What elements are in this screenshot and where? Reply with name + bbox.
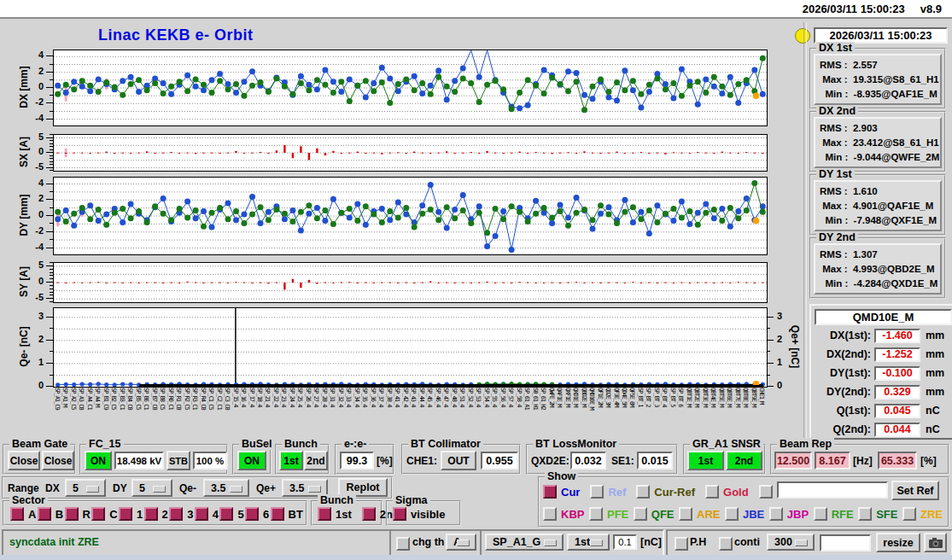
gr-snsr-2nd-button[interactable]: 2nd	[726, 451, 762, 470]
sx-minor-tick	[50, 161, 53, 162]
range-dy-select[interactable]: 5	[131, 479, 172, 497]
x-axis-bpm-label: SP_R2_C5	[184, 388, 190, 437]
dy-tick-label: 0	[26, 209, 44, 219]
sector-1-checkbox[interactable]	[119, 507, 132, 521]
bunch-1st-checkbox[interactable]	[318, 507, 331, 521]
sector-1-label: 1	[137, 508, 143, 521]
set-ref-button[interactable]: Set Ref	[891, 481, 939, 500]
qmd-row-label: Q(1st):	[815, 405, 871, 417]
chg-th-select[interactable]: A	[446, 534, 476, 551]
x-axis-bpm-label: SP_B2_C5	[110, 388, 117, 437]
show-kbp-item: KBP	[543, 507, 584, 521]
chg-th-checkbox[interactable]	[396, 537, 410, 551]
snapshot-button[interactable]	[924, 533, 947, 552]
qe-plot[interactable]	[53, 307, 768, 388]
dx-minor-tick	[50, 95, 53, 96]
show-sfe-checkbox[interactable]	[858, 507, 872, 521]
sector-5-checkbox[interactable]	[219, 507, 233, 521]
conti-checkbox[interactable]	[719, 537, 733, 551]
sx-minor-tick	[50, 134, 53, 135]
range-qem-value: 3.5	[211, 482, 225, 494]
dy-2nd-title: DY 2nd	[816, 231, 858, 243]
ref-name-input[interactable]	[777, 481, 888, 499]
sector-2-checkbox[interactable]	[144, 507, 158, 521]
bunch-2nd-checkbox[interactable]	[362, 507, 376, 521]
show-jbe-checkbox[interactable]	[725, 507, 739, 521]
show-zre-checkbox[interactable]	[902, 507, 916, 521]
show-jbp-checkbox[interactable]	[769, 507, 783, 521]
sector-c-checkbox[interactable]	[91, 507, 105, 521]
dy-plot[interactable]	[53, 177, 768, 255]
show-kbp-checkbox[interactable]	[543, 507, 557, 521]
bpm-select[interactable]: SP_A1_G	[485, 534, 564, 551]
ph-checkbox[interactable]	[675, 537, 688, 551]
sx-tick-label: -5	[26, 161, 44, 172]
che1-out-button[interactable]: OUT	[441, 451, 476, 470]
sector-bt-checkbox[interactable]	[271, 507, 284, 521]
sx-minor-tick	[50, 170, 53, 171]
dx-plot[interactable]	[53, 50, 768, 126]
sector-a-checkbox[interactable]	[10, 507, 24, 521]
show-are-checkbox[interactable]	[679, 507, 692, 521]
range-dx-select[interactable]: 5	[65, 479, 106, 497]
bunch-2nd-button[interactable]: 2nd	[304, 451, 328, 470]
sx-major-tick	[46, 137, 53, 138]
sector-3-checkbox[interactable]	[169, 507, 183, 521]
beam-rep-group: Beam Rep 12.500 8.167 [Hz] 65.333 [%]	[770, 444, 949, 475]
qe-tick-label: 2	[26, 334, 44, 344]
show-rfe-label: RFE	[832, 508, 854, 521]
show-ave10-checkbox[interactable]	[759, 485, 773, 499]
x-axis-bpm-label: SP_BT_3	[653, 388, 660, 437]
dropdown-bar-icon	[308, 486, 321, 493]
show-gold-item: Gold	[705, 485, 749, 499]
acquisition-panel: P.H conti 300 resize	[666, 529, 952, 557]
qe-major-tick-right	[767, 340, 774, 341]
fc15-on-button[interactable]: ON	[85, 451, 112, 470]
bunch-1st-button[interactable]: 1st	[279, 451, 303, 470]
threshold-field[interactable]: 0.1	[613, 534, 637, 550]
show-rfe-checkbox[interactable]	[814, 507, 827, 521]
x-axis-bpm-label: QBT9E_M	[751, 388, 757, 437]
min-line: Min : -7.948@QXF1E_M	[820, 215, 936, 225]
show-cur-ref-checkbox[interactable]	[636, 485, 650, 499]
panel-divider	[803, 22, 807, 440]
rms-line: RMS : 1.307	[820, 249, 936, 260]
dx-tick-label: 4	[26, 50, 44, 60]
sector-b-checkbox[interactable]	[38, 507, 51, 521]
x-axis-bpm-label: SP_18_4	[256, 388, 263, 437]
show-gold-checkbox[interactable]	[705, 485, 719, 499]
range-qem-select[interactable]: 3.5	[203, 479, 249, 497]
min-line: Min : -9.044@QWFE_2M	[820, 152, 936, 162]
se1-label: SE1:	[611, 455, 634, 467]
sx-plot[interactable]	[53, 134, 768, 172]
bunch-legend: Bunch	[282, 438, 320, 450]
show-pfe-checkbox[interactable]	[589, 507, 603, 521]
x-axis-bpm-label: SP_54_4	[483, 388, 490, 437]
fc15-stb-button[interactable]: STB	[166, 451, 190, 470]
beam-gate-close-2-button[interactable]: Close	[42, 451, 74, 470]
sigma-visible-checkbox[interactable]	[393, 507, 406, 521]
qmd-row-label: DX(1st):	[815, 330, 871, 341]
x-axis-bpm-label: SP_47_4	[442, 388, 449, 437]
sector-r-checkbox[interactable]	[65, 507, 79, 521]
dy-major-tick	[46, 248, 53, 248]
resize-button[interactable]: resize	[876, 533, 920, 552]
sector-6-label: 6	[263, 508, 269, 521]
gr-snsr-1st-button[interactable]: 1st	[687, 451, 724, 470]
bunch-number-select[interactable]: 1st	[567, 534, 610, 551]
sy-plot[interactable]	[53, 262, 768, 303]
dx-major-tick	[46, 55, 53, 56]
x-axis-bpm-label: QD4E_5M	[621, 388, 628, 437]
sector-4-checkbox[interactable]	[195, 507, 208, 521]
dy-minor-tick	[50, 239, 53, 240]
range-label: Range	[8, 482, 39, 494]
dropdown-bar-icon	[86, 486, 99, 493]
show-cur-checkbox[interactable]	[543, 485, 557, 499]
beam-gate-close-1-button[interactable]: Close	[8, 451, 40, 470]
points-select[interactable]: 300	[767, 534, 815, 551]
sector-6-checkbox[interactable]	[245, 507, 259, 521]
show-ref-checkbox[interactable]	[590, 485, 604, 499]
free-input[interactable]	[820, 534, 871, 551]
busel-on-button[interactable]: ON	[237, 451, 266, 470]
show-qfe-checkbox[interactable]	[634, 507, 647, 521]
